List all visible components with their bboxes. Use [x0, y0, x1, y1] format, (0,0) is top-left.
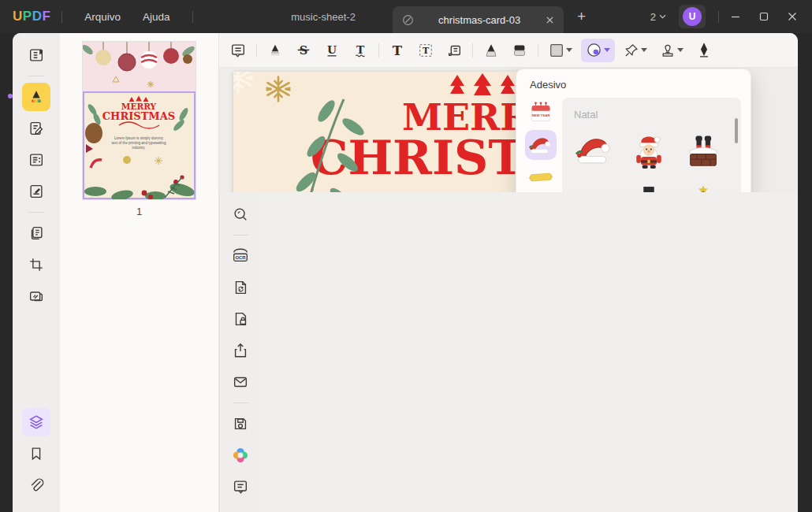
svg-text:T: T — [423, 46, 430, 56]
minimize-button[interactable] — [724, 5, 747, 28]
protect-icon[interactable] — [226, 305, 255, 333]
tab-music-sheet-2[interactable]: music-sheet-2 — [255, 11, 393, 23]
sticker-santa-hat[interactable] — [567, 122, 621, 176]
organize-pages-icon[interactable] — [22, 146, 50, 174]
sticker-grid: Natal MerryChristmas — [562, 98, 741, 192]
sticker-icon[interactable] — [581, 39, 615, 62]
chevron-down-icon — [677, 48, 683, 52]
underline-icon[interactable]: U — [320, 39, 344, 62]
window-count-dropdown[interactable]: 2 — [650, 11, 666, 23]
app-logo-letter: D — [32, 9, 43, 24]
ai-assistant-icon[interactable] — [226, 441, 255, 469]
divider — [233, 403, 248, 403]
convert-icon[interactable] — [226, 273, 255, 302]
tab-close-icon[interactable] — [546, 16, 554, 24]
pencil-icon[interactable] — [479, 39, 503, 62]
divider — [538, 43, 538, 58]
divider — [718, 11, 719, 23]
layers-icon[interactable] — [22, 408, 50, 436]
squiggly-icon[interactable]: T — [348, 39, 372, 62]
window-count: 2 — [650, 11, 656, 23]
sticker-category-santa-hat[interactable] — [525, 130, 557, 160]
account-button[interactable]: U — [679, 5, 706, 28]
sticker-category-rail: NEW YEAR9 — [525, 98, 560, 192]
annotate-icon[interactable] — [22, 83, 50, 111]
ocr-icon[interactable]: OCR — [226, 242, 255, 270]
divider — [61, 11, 62, 23]
thumbnail-panel: MERRY CHRISTMAS Lorem Ipsum is simply du… — [60, 33, 219, 512]
tab-document-icon — [402, 14, 414, 26]
app-logo-letter: F — [42, 9, 50, 24]
pin-icon[interactable] — [620, 39, 651, 62]
annotation-toolbar: S U T T T — [219, 33, 798, 68]
sticker-category-yellow-tape[interactable] — [525, 162, 557, 192]
svg-text:T: T — [356, 43, 365, 55]
save-icon[interactable] — [226, 410, 255, 438]
svg-text:T: T — [393, 43, 403, 58]
sticker-section-label: Natal — [562, 98, 741, 121]
divider — [472, 43, 473, 58]
titlebar: UPDF Arquivo Ajuda music-sheet-2 christm… — [0, 0, 812, 33]
document-canvas[interactable]: MERRY CHRISTMAS Lorem Ipsum is simply du… — [219, 68, 798, 192]
thumb-title-2: CHRISTMAS — [102, 110, 175, 122]
divider — [28, 76, 44, 76]
active-tool-indicator-dot — [8, 94, 13, 98]
fill-sign-icon[interactable] — [22, 177, 50, 206]
sticker-chimney-santa[interactable] — [676, 122, 730, 176]
edit-icon[interactable] — [22, 114, 50, 143]
comment-icon[interactable] — [226, 39, 250, 62]
scrollbar-thumb[interactable] — [735, 118, 738, 143]
thumb-body-3: industry. — [132, 146, 145, 150]
crop-icon[interactable] — [22, 250, 50, 279]
tab-christmas-card-03[interactable]: christmas-card-03 — [393, 6, 564, 33]
main-window: MERRY CHRISTMAS Lorem Ipsum is simply du… — [13, 33, 798, 512]
app-logo: UPDF — [13, 9, 50, 24]
right-toolbar: OCR — [219, 192, 261, 512]
text-icon[interactable]: T — [386, 39, 409, 62]
bookmark-icon[interactable] — [22, 440, 50, 468]
slides-icon[interactable] — [22, 282, 50, 310]
reader-icon[interactable] — [22, 41, 50, 69]
highlighter-icon[interactable] — [263, 39, 287, 62]
app-logo-letter: U — [13, 9, 23, 24]
svg-text:U: U — [327, 43, 337, 55]
strikethrough-icon[interactable]: S — [292, 39, 315, 62]
close-button[interactable] — [780, 5, 804, 28]
mail-icon[interactable] — [226, 368, 255, 396]
share-icon[interactable] — [226, 336, 255, 365]
stamp-icon[interactable] — [656, 39, 687, 62]
signature-icon[interactable] — [692, 39, 716, 62]
eraser-icon[interactable] — [508, 39, 531, 62]
sticker-category-new-year-calendar[interactable]: NEW YEAR — [525, 98, 557, 128]
shape-icon[interactable] — [545, 39, 576, 62]
page-thumbnail[interactable]: MERRY CHRISTMAS Lorem Ipsum is simply du… — [83, 42, 196, 199]
new-tab-button[interactable]: + — [570, 8, 594, 25]
thumb-body-2: text of the printing and typesetting — [112, 141, 166, 145]
thumbnail-page-number: 1 — [136, 206, 142, 217]
left-toolbar — [13, 33, 60, 512]
ocr-label: OCR — [235, 255, 246, 260]
sticker-penguin[interactable] — [567, 176, 621, 192]
divider — [256, 43, 257, 58]
attachment-icon[interactable] — [22, 471, 50, 499]
sticker-christmas-tree[interactable] — [676, 176, 730, 192]
menu-ajuda[interactable]: Ajuda — [132, 11, 181, 23]
search-icon[interactable] — [226, 200, 255, 228]
pages-copy-icon[interactable] — [22, 219, 50, 247]
textbox-icon[interactable]: T — [414, 39, 438, 62]
divider — [192, 11, 193, 23]
chevron-down-icon — [641, 48, 647, 52]
chevron-down-icon — [604, 48, 610, 52]
sticker-panel: Adesivo NEW YEAR9 Natal MerryChristmas — [516, 69, 751, 192]
sticker-panel-title: Adesivo — [516, 69, 751, 91]
divider — [28, 212, 44, 213]
divider — [233, 235, 248, 236]
app-logo-letter: P — [23, 9, 32, 24]
menu-arquivo[interactable]: Arquivo — [73, 11, 132, 23]
chat-icon[interactable] — [226, 473, 255, 501]
sticker-snowman[interactable] — [621, 176, 676, 192]
callout-icon[interactable] — [442, 39, 466, 62]
sticker-santa[interactable] — [621, 122, 676, 176]
chevron-down-icon — [566, 48, 572, 52]
maximize-button[interactable] — [752, 5, 776, 28]
